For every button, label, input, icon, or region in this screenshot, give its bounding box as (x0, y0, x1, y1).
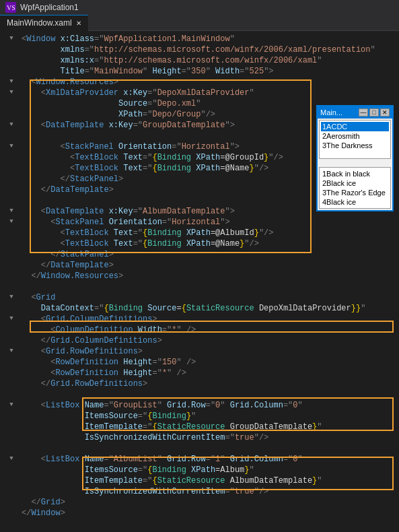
code-line-34 (0, 389, 399, 400)
code-line-44: </Grid> (0, 497, 399, 508)
expand-11[interactable]: ▼ (7, 141, 16, 151)
expand-6[interactable]: ▼ (7, 88, 16, 97)
code-line-21: </StackPanel> (0, 249, 399, 260)
code-line-31: <RowDefinition Height="150" /> (0, 357, 399, 368)
preview-window: Main... — □ ✕ 1ACDC 2Aerosmith 3The Dark… (316, 105, 394, 211)
code-line-5: ▼ <Window.Resources> (0, 77, 399, 88)
code-line-42: ItemTemplate="{StaticResource AlbumDataT… (0, 475, 399, 486)
code-line-26: DataContext="{Binding Source={StaticReso… (0, 303, 399, 314)
preview-bottom-item-1[interactable]: 1Back in black (321, 169, 389, 178)
code-line-27: ▼ <Grid.ColumnDefinitions> (0, 314, 399, 325)
expand-25[interactable]: ▼ (7, 292, 16, 302)
code-line-28: <ColumnDefinition Width="*" /> (0, 325, 399, 335)
expand-40[interactable]: ▼ (7, 454, 16, 463)
vs-icon: VS (5, 2, 16, 13)
code-line-38: IsSynchronizedWithCurrentItem="true"/> (0, 432, 399, 443)
expand-35[interactable]: ▼ (7, 400, 16, 409)
code-line-19: <TextBlock Text="{Binding XPath=@AlbumId… (0, 228, 399, 238)
minimize-button[interactable]: — (359, 108, 368, 117)
code-line-29: </Grid.ColumnDefinitions> (0, 335, 399, 346)
expand-17[interactable]: ▼ (7, 206, 16, 215)
code-line-23: </Window.Resources> (0, 271, 399, 281)
preview-title-bar: Main... — □ ✕ (318, 106, 392, 119)
code-editor: ▼ <Window x:Class="WpfApplication1.MainW… (0, 31, 399, 532)
code-line-3: xmlns:x="http://schemas.microsoft.com/wi… (0, 55, 399, 66)
expand-5[interactable]: ▼ (7, 77, 16, 86)
code-line-45: </Window> (0, 508, 399, 519)
close-button[interactable]: ✕ (380, 108, 390, 117)
tab-close-button[interactable]: ✕ (76, 20, 81, 27)
preview-controls[interactable]: — □ ✕ (359, 108, 390, 117)
preview-top-item-2[interactable]: 2Aerosmith (321, 131, 389, 141)
expand-18[interactable]: ▼ (7, 217, 16, 226)
main-tab[interactable]: MainWindow.xaml ✕ (0, 15, 88, 31)
title-bar: VS WpfApplication1 (0, 0, 399, 15)
code-line-25: ▼ <Grid (0, 292, 399, 303)
tab-label: MainWindow.xaml (7, 18, 72, 28)
expand-27[interactable]: ▼ (7, 314, 16, 323)
code-line-18: ▼ <StackPanel Orientation="Horizontal"> (0, 217, 399, 228)
code-line-37: ItemTemplate="{StaticResource GroupDataT… (0, 422, 399, 432)
code-line-6: ▼ <XmlDataProvider x:Key="DepoXmlDataPro… (0, 88, 399, 98)
code-line-30: ▼ <Grid.RowDefinitions> (0, 346, 399, 357)
code-line-1: ▼ <Window x:Class="WpfApplication1.MainW… (0, 34, 399, 44)
code-line-2: xmlns="http://schemas.microsoft.com/winf… (0, 44, 399, 55)
preview-bottom-item-4[interactable]: 4Black ice (321, 197, 389, 207)
code-line-32: <RowDefinition Height="*" /> (0, 368, 399, 378)
preview-top-list: 1ACDC 2Aerosmith 3The Darkness (319, 120, 391, 159)
code-line-35: ▼ <ListBox Name="GroupList" Grid.Row="0"… (0, 400, 399, 411)
expand-30[interactable]: ▼ (7, 346, 16, 356)
code-line-40: ▼ <ListBox Name="AlbumList" Grid.Row="1"… (0, 454, 399, 465)
code-line-43: IsSynchronizedWithCurrentItem="true"/> (0, 486, 399, 497)
tab-bar: MainWindow.xaml ✕ (0, 15, 399, 31)
preview-bottom-item-2[interactable]: 2Black ice (321, 178, 389, 188)
svg-text:VS: VS (7, 4, 15, 11)
code-line-4: Title="MainWindow" Height="350" Width="5… (0, 66, 399, 77)
maximize-button[interactable]: □ (369, 108, 379, 117)
code-line-41: ItemsSource="{Binding XPath=Album}" (0, 465, 399, 475)
preview-bottom-item-3[interactable]: 3The Razor's Edge (321, 188, 389, 197)
preview-top-item-3[interactable]: 3The Darkness (321, 141, 389, 150)
preview-title: Main... (320, 108, 342, 117)
expand-9[interactable]: ▼ (7, 120, 16, 129)
code-line-39 (0, 443, 399, 454)
code-line-22: </DataTemplate> (0, 260, 399, 271)
code-line-36: ItemsSource="{Binding}" (0, 411, 399, 422)
preview-top-item-1[interactable]: 1ACDC (321, 122, 389, 131)
expand-1[interactable]: ▼ (7, 34, 16, 43)
app-title: WpfApplication1 (20, 3, 79, 12)
preview-bottom-list: 1Back in black 2Black ice 3The Razor's E… (319, 167, 391, 209)
code-line-24 (0, 281, 399, 292)
code-line-33: </Grid.RowDefinitions> (0, 378, 399, 389)
code-line-20: <TextBlock Text="{Binding XPath=@Name}"/… (0, 238, 399, 249)
